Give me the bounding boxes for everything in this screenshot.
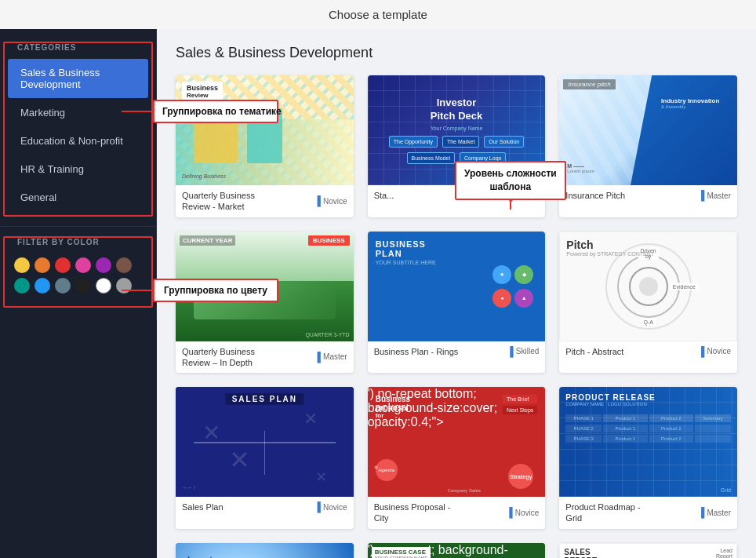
template-info-9: Product Roadmap -Grid ▐ Master <box>559 497 737 529</box>
template-thumb-6: Drivenby Evidence Q-A Pitch Powered by S… <box>559 232 737 341</box>
template-info-7: Sales Plan ▐ Novice <box>176 497 354 517</box>
template-thumb-5: BUSINESS PLAN YOUR SUBTITLE HERE ★ ◆ ● ▲ <box>368 232 546 341</box>
template-level-3: ▐ Master <box>698 190 731 201</box>
sidebar-item-general[interactable]: General <box>8 184 148 211</box>
categories-box: CATEGORIES Sales & Business Development … <box>3 42 153 217</box>
color-swatches <box>5 253 151 298</box>
color-black[interactable] <box>75 278 91 294</box>
template-info-5: Business Plan - Rings ▐ Skilled <box>368 341 546 362</box>
template-thumb-12: SALESREPORT LeadReport Wins &Losses 🧍 Su… <box>559 543 737 558</box>
annotation-1: Группировка по тематике <box>162 106 282 117</box>
template-level-4: ▐ Master <box>314 352 347 363</box>
template-thumb-9: PRODUCT RELEASE COMPANY NAME LOGO SOLUTI… <box>559 387 737 497</box>
color-teal[interactable] <box>14 278 30 294</box>
template-card-pitch[interactable]: Drivenby Evidence Q-A Pitch Powered by S… <box>559 232 737 374</box>
template-level-9: ▐ Master <box>698 507 731 518</box>
template-name-5: Business Plan - Rings <box>374 346 459 357</box>
section-title: Sales & Business Development <box>176 45 737 61</box>
template-thumb-8: ') no-repeat bottom; background-size:cov… <box>368 387 546 497</box>
filter-color-box: FILTER BY COLOR <box>3 236 153 308</box>
template-name-3: Insurance Pitch <box>565 190 625 201</box>
annotation-2: Уровень сложностишаблона <box>464 168 557 192</box>
template-name-1: Quarterly BusinessReview - Market <box>182 190 255 213</box>
template-card-insurance[interactable]: Insurance pitch Industry Innovation & As… <box>559 75 737 217</box>
template-name-9: Product Roadmap -Grid <box>565 501 640 524</box>
color-brown[interactable] <box>116 257 132 273</box>
template-name-2: Sta... <box>374 190 394 201</box>
sidebar-divider <box>0 226 156 227</box>
template-card-investor2[interactable]: InvestorPitch Deck YOUR COMPANY NAME The… <box>176 543 354 558</box>
template-level-6: ▐ Novice <box>698 346 731 357</box>
color-orange[interactable] <box>35 257 50 273</box>
template-card-bizproposal[interactable]: ') no-repeat bottom; background-size:cov… <box>368 387 546 529</box>
template-name-7: Sales Plan <box>182 501 224 512</box>
template-thumb-3: Insurance pitch Industry Innovation & As… <box>559 75 737 185</box>
template-name-8: Business Proposal -City <box>374 501 451 524</box>
color-blue[interactable] <box>35 278 50 294</box>
template-card-bizcase[interactable]: ') no-repeat; background-size:cover;"> B… <box>368 543 546 558</box>
color-white[interactable] <box>96 278 111 294</box>
template-level-8: ▐ Novice <box>506 507 539 518</box>
page-header: Choose a template <box>0 0 756 29</box>
template-thumb-10: InvestorPitch Deck YOUR COMPANY NAME The… <box>176 543 354 558</box>
page-title: Choose a template <box>329 8 427 21</box>
template-info-4: Quarterly BusinessReview – In Depth ▐ Ma… <box>176 341 354 374</box>
template-thumb-7: SALES PLAN ✕ ✕ ✕ ✕ →←↑ <box>176 387 354 497</box>
template-name-4: Quarterly BusinessReview – In Depth <box>182 346 255 369</box>
sidebar-item-marketing[interactable]: Marketing <box>8 99 148 126</box>
template-info-1: Quarterly BusinessReview - Market ▐ Novi… <box>176 185 354 217</box>
template-info-8: Business Proposal -City ▐ Novice <box>368 497 546 529</box>
template-thumb-1: Business Review Defining Business <box>176 75 354 185</box>
sidebar: CATEGORIES Sales & Business Development … <box>0 29 157 320</box>
template-level-5: ▐ Skilled <box>507 346 539 357</box>
color-purple[interactable] <box>96 257 111 273</box>
template-card-salesreport[interactable]: SALESREPORT LeadReport Wins &Losses 🧍 Su… <box>559 543 737 558</box>
color-grey[interactable] <box>116 278 132 294</box>
categories-title: CATEGORIES <box>5 43 151 58</box>
color-pink[interactable] <box>75 257 91 273</box>
template-card-product-roadmap[interactable]: PRODUCT RELEASE COMPANY NAME LOGO SOLUTI… <box>559 387 737 529</box>
color-grey-blue[interactable] <box>55 278 71 294</box>
template-level-1: ▐ Novice <box>314 195 347 206</box>
sidebar-item-hr[interactable]: HR & Training <box>8 155 148 183</box>
sidebar-item-sales[interactable]: Sales & Business Development <box>8 59 148 98</box>
template-card-qbr-market[interactable]: Business Review Defining Business Quarte… <box>176 75 354 217</box>
templates-grid: Business Review Defining Business Quarte… <box>176 75 737 558</box>
template-card-salesplan[interactable]: SALES PLAN ✕ ✕ ✕ ✕ →←↑ Sales Plan <box>176 387 354 529</box>
template-level-7: ▐ Novice <box>314 501 347 512</box>
annotation-3: Группировка по цвету <box>164 285 267 296</box>
template-card-bizplan[interactable]: BUSINESS PLAN YOUR SUBTITLE HERE ★ ◆ ● ▲ <box>368 232 546 374</box>
template-info-6: Pitch - Abstract ▐ Novice <box>559 341 737 362</box>
color-red[interactable] <box>55 257 71 273</box>
color-yellow[interactable] <box>14 257 30 273</box>
template-thumb-11: ') no-repeat; background-size:cover;"> B… <box>368 543 546 558</box>
sidebar-item-education[interactable]: Education & Non-profit <box>8 127 148 155</box>
filter-title: FILTER BY COLOR <box>5 238 151 253</box>
template-info-3: Insurance Pitch ▐ Master <box>559 185 737 206</box>
template-name-6: Pitch - Abstract <box>565 346 623 357</box>
